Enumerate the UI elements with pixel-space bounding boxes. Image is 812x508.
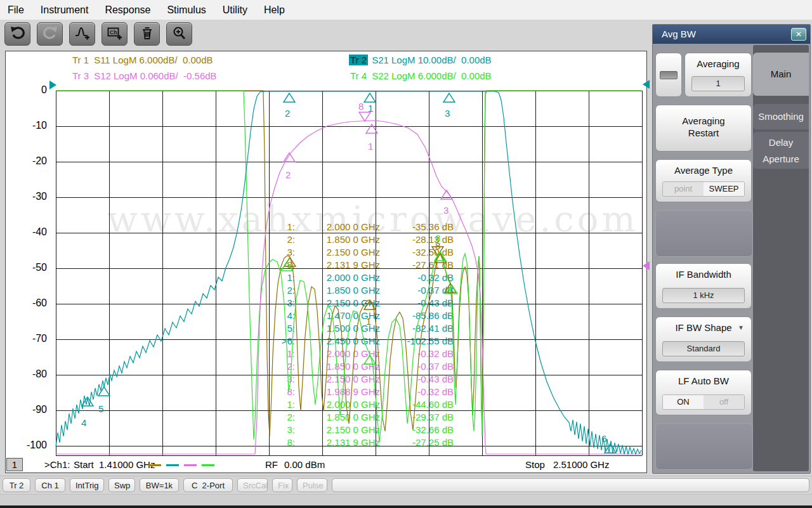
trace-format-text: S11 LogM 6.000dB/ 0.00dB bbox=[94, 55, 213, 65]
status-swp[interactable]: Swp bbox=[108, 478, 135, 492]
marker-readout-row: 8:2.131 9 GHz-27.61 dB bbox=[266, 259, 457, 272]
status-inttrig[interactable]: IntTrig bbox=[70, 478, 104, 492]
menu-file[interactable]: File bbox=[8, 4, 24, 16]
marker-readout-row: 1:2.000 0 GHz-0.32 dB bbox=[266, 272, 457, 285]
marker-readout-row: 1:2.000 0 GHz-44.60 dB bbox=[266, 399, 457, 412]
status-c-2-port[interactable]: C 2-Port bbox=[183, 478, 233, 492]
lf-auto-bw-toggle[interactable]: ON off bbox=[662, 394, 745, 410]
y-axis-label: -40 bbox=[11, 226, 47, 238]
y-axis-label: -90 bbox=[11, 404, 47, 415]
marker-readout-row: 3:2.150 0 GHz-0.43 dB bbox=[266, 374, 457, 386]
add-trace-button[interactable] bbox=[69, 22, 95, 46]
trace-color-dash bbox=[166, 464, 179, 466]
status-pulse[interactable]: Pulse bbox=[297, 478, 327, 492]
undo-icon bbox=[10, 25, 26, 43]
rf-label: RF bbox=[265, 459, 278, 470]
if-bandwidth-value[interactable]: 1 kHz bbox=[662, 288, 745, 303]
avg-bw-panel: Avg BW ✕ MainSmoothingDelay Aperture Ave… bbox=[652, 24, 811, 474]
panel-title: Avg BW bbox=[662, 29, 696, 39]
channel-plus-icon: Ch bbox=[107, 25, 123, 43]
zoom-button[interactable] bbox=[166, 22, 192, 46]
marker-readout-row: 8:2.131 9 GHz-27.25 dB bbox=[266, 437, 457, 450]
tab-delay-aperture[interactable]: Delay Aperture bbox=[753, 132, 809, 169]
menu-utility[interactable]: Utility bbox=[223, 4, 247, 16]
status-blank[interactable] bbox=[332, 478, 809, 492]
status-bw=1k[interactable]: BW=1k bbox=[140, 478, 179, 492]
averaging-restart-label: Averaging Restart bbox=[674, 105, 733, 139]
marker-readout-row: 2:1.850 0 GHz-0.37 dB bbox=[266, 285, 457, 297]
lf-auto-bw-label: LF Auto BW bbox=[656, 375, 751, 386]
stop-value[interactable]: 2.51000 GHz bbox=[553, 459, 609, 470]
menu-response[interactable]: Response bbox=[105, 4, 150, 16]
averaging-toggle-button[interactable] bbox=[655, 53, 682, 97]
trace-label-tr2[interactable]: Tr 2S21 LogM 10.00dB/ 0.00dB bbox=[349, 55, 492, 65]
marker-readout-row: 4:1.470 0 GHz-85.86 dB bbox=[266, 310, 457, 323]
y-axis-label: -50 bbox=[11, 262, 47, 273]
menu-help[interactable]: Help bbox=[264, 4, 285, 16]
y-axis-label: -60 bbox=[11, 297, 47, 309]
vna-application-window: FileInstrumentResponseStimulusUtilityHel… bbox=[0, 0, 812, 508]
marker-readout-row: 3:2.150 0 GHz-32.50 dB bbox=[266, 247, 457, 259]
status-ch-1[interactable]: Ch 1 bbox=[35, 478, 65, 492]
marker-readout-row: 3:2.150 0 GHz-32.66 dB bbox=[266, 424, 457, 437]
rf-value[interactable]: 0.00 dBm bbox=[284, 459, 325, 470]
average-type-point[interactable]: point bbox=[663, 182, 704, 196]
trace-color-dash bbox=[202, 464, 214, 466]
trace-color-dash bbox=[184, 464, 197, 466]
if-bw-shape-value[interactable]: Standard bbox=[662, 341, 745, 356]
close-button[interactable]: ✕ bbox=[791, 28, 806, 41]
averaging-label: Averaging bbox=[685, 58, 751, 69]
y-axis-label: -30 bbox=[11, 191, 47, 202]
trace-format-text: S21 LogM 10.00dB/ 0.00dB bbox=[372, 55, 491, 65]
trace-label-tr4[interactable]: Tr 4S22 LogM 6.000dB/ 0.00dB bbox=[349, 70, 492, 81]
blank-softkey bbox=[655, 423, 753, 470]
redo-icon bbox=[42, 25, 58, 43]
stop-label[interactable]: Stop bbox=[525, 459, 545, 470]
status-srccal[interactable]: SrcCal bbox=[237, 478, 268, 492]
status-fix[interactable]: Fix bbox=[272, 478, 292, 492]
y-axis-label: -20 bbox=[11, 155, 47, 167]
delete-button[interactable] bbox=[134, 22, 160, 46]
toolbar: Ch bbox=[4, 22, 192, 46]
lf-auto-bw-on[interactable]: ON bbox=[663, 395, 704, 409]
marker-readout-row: 1:2.000 0 GHz-35.36 dB bbox=[266, 221, 457, 234]
y-axis-label: -70 bbox=[11, 333, 47, 344]
if-bw-shape-label: IF BW Shape bbox=[656, 322, 751, 333]
tab-smoothing[interactable]: Smoothing bbox=[753, 104, 809, 129]
add-channel-button[interactable]: Ch bbox=[102, 22, 128, 46]
average-type-label: Average Type bbox=[656, 165, 751, 176]
averaging-led-icon bbox=[660, 71, 678, 79]
lf-auto-bw-off[interactable]: off bbox=[704, 395, 744, 409]
trace-format-text: S12 LogM 0.060dB/ -0.56dB bbox=[94, 70, 216, 81]
tab-main[interactable]: Main bbox=[753, 53, 809, 96]
start-value[interactable]: 1.41000 GHz bbox=[99, 459, 155, 470]
y-axis-label: -80 bbox=[11, 368, 47, 380]
start-label[interactable]: Start bbox=[74, 459, 94, 470]
if-bandwidth-button[interactable]: IF Bandwidth 1 kHz bbox=[655, 263, 752, 309]
undo-button[interactable] bbox=[4, 22, 30, 46]
channel-prefix: >Ch1: bbox=[44, 459, 70, 470]
trace-color-dash bbox=[148, 464, 161, 466]
averaging-button[interactable]: Averaging 1 bbox=[684, 53, 752, 97]
average-type-sweep[interactable]: SWEEP bbox=[704, 182, 744, 196]
menu-instrument[interactable]: Instrument bbox=[41, 4, 89, 16]
status-tr-2[interactable]: Tr 2 bbox=[3, 478, 30, 492]
if-bandwidth-label: IF Bandwidth bbox=[656, 269, 751, 280]
close-icon: ✕ bbox=[796, 30, 802, 39]
redo-button[interactable] bbox=[37, 22, 63, 46]
dropdown-arrow-icon: ▼ bbox=[738, 324, 744, 331]
trace-label-tr3[interactable]: Tr 3S12 LogM 0.060dB/ -0.56dB bbox=[71, 70, 217, 81]
lf-auto-bw-button[interactable]: LF Auto BW ON off bbox=[655, 370, 752, 415]
if-bw-shape-button[interactable]: IF BW Shape ▼ Standard bbox=[655, 316, 752, 362]
averaging-restart-button[interactable]: Averaging Restart bbox=[655, 105, 752, 152]
trace-label-tr1[interactable]: Tr 1S11 LogM 6.000dB/ 0.00dB bbox=[71, 55, 213, 65]
average-type-button[interactable]: Average Type point SWEEP bbox=[655, 159, 752, 202]
y-axis-label: -10 bbox=[11, 120, 47, 131]
averaging-value[interactable]: 1 bbox=[691, 76, 745, 91]
average-type-toggle[interactable]: point SWEEP bbox=[662, 181, 745, 197]
y-axis-label: -100 bbox=[11, 440, 47, 451]
trace-format-text: S22 LogM 6.000dB/ 0.00dB bbox=[372, 70, 491, 81]
menu-stimulus[interactable]: Stimulus bbox=[167, 4, 206, 16]
marker-readout-row: 8:1.988 9 GHz-0.32 dB bbox=[266, 386, 457, 399]
channel-badge[interactable]: 1 bbox=[6, 458, 23, 471]
